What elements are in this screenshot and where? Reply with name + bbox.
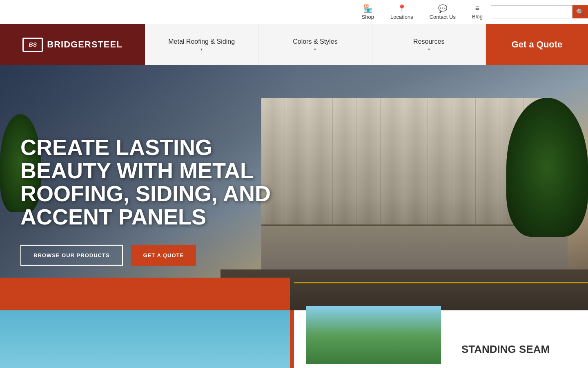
- nav-item-metal-roofing[interactable]: Metal Roofing & Siding ▾: [145, 24, 258, 65]
- search-container: 🔍: [491, 5, 588, 18]
- nav-item-resources[interactable]: Resources ▾: [372, 24, 486, 65]
- hero-content: CREATE LASTING BEAUTY WITH METAL ROOFING…: [20, 136, 274, 266]
- nav-item-colors-label: Colors & Styles: [293, 38, 337, 45]
- tree-foliage-right: [506, 98, 588, 237]
- standing-seam-label: STANDING SEAM: [449, 335, 562, 364]
- forest-background: [306, 306, 441, 364]
- locations-label: Locations: [390, 14, 413, 20]
- nav-item-resources-label: Resources: [413, 38, 444, 45]
- nav-chevron-1: ▾: [200, 47, 203, 52]
- contact-label: Contact Us: [430, 14, 456, 20]
- nav-chevron-3: ▾: [428, 47, 430, 52]
- blog-label: Blog: [472, 13, 483, 20]
- logo-icon: BS: [22, 38, 43, 52]
- hero-section: CREATE LASTING BEAUTY WITH METAL ROOFING…: [0, 65, 588, 310]
- logo-box: BS BRIDGERSTEEL: [22, 38, 122, 52]
- nav-get-a-quote[interactable]: Get a Quote: [486, 24, 588, 65]
- brand-name: BRIDGERSTEEL: [47, 39, 122, 50]
- street-line: [294, 282, 588, 283]
- top-bar-divider: [286, 4, 286, 20]
- nav-items: Metal Roofing & Siding ▾ Colors & Styles…: [145, 24, 486, 65]
- hero-buttons: BROWSE OUR PRODUCTS GET A QUOTE: [20, 245, 274, 266]
- blog-nav-item[interactable]: ≡ Blog: [464, 1, 491, 23]
- shop-label: Shop: [362, 14, 374, 20]
- nav-item-metal-roofing-label: Metal Roofing & Siding: [168, 38, 235, 45]
- blog-icon: ≡: [475, 4, 480, 13]
- search-input[interactable]: [491, 5, 572, 18]
- nav-chevron-2: ▾: [314, 47, 316, 52]
- forest-image: [306, 306, 441, 364]
- nav-item-colors-styles[interactable]: Colors & Styles ▾: [258, 24, 372, 65]
- bottom-section: STANDING SEAM: [0, 310, 588, 368]
- bottom-left-panel: [0, 310, 290, 368]
- bottom-right-panel: STANDING SEAM: [294, 310, 588, 368]
- shop-nav-item[interactable]: 🏪 Shop: [354, 1, 382, 23]
- locations-nav-item[interactable]: 📍 Locations: [382, 1, 421, 23]
- nav-quote-label: Get a Quote: [512, 39, 563, 50]
- contact-nav-item[interactable]: 💬 Contact Us: [421, 1, 464, 23]
- get-a-quote-button[interactable]: GET A QUOTE: [131, 245, 196, 266]
- orange-accent-bar: [0, 278, 290, 310]
- logo-initials: BS: [29, 41, 37, 48]
- location-icon: 📍: [397, 4, 406, 13]
- sky-background: [0, 310, 290, 368]
- logo-area[interactable]: BS BRIDGERSTEEL: [0, 24, 145, 65]
- browse-products-button[interactable]: BROWSE OUR PRODUCTS: [20, 245, 123, 266]
- top-utility-bar: 🏪 Shop 📍 Locations 💬 Contact Us ≡ Blog 🔍: [0, 0, 588, 24]
- shop-icon: 🏪: [363, 4, 372, 13]
- contact-icon: 💬: [438, 4, 447, 13]
- bottom-orange-divider: [290, 310, 294, 368]
- search-icon: 🔍: [576, 8, 584, 16]
- main-navigation: BS BRIDGERSTEEL Metal Roofing & Siding ▾…: [0, 24, 588, 65]
- hero-title: CREATE LASTING BEAUTY WITH METAL ROOFING…: [20, 136, 274, 229]
- search-button[interactable]: 🔍: [572, 5, 588, 18]
- top-bar-items: 🏪 Shop 📍 Locations 💬 Contact Us ≡ Blog 🔍: [354, 1, 588, 23]
- tree-right: [506, 98, 588, 261]
